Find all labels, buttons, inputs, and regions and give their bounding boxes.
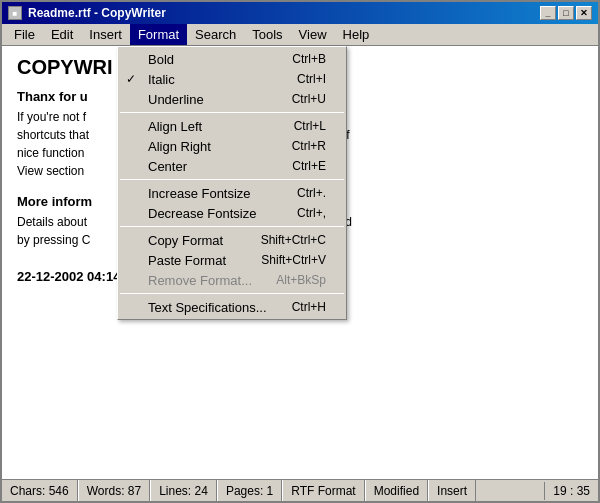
separator-1 <box>120 112 344 113</box>
menu-format[interactable]: Format <box>130 24 187 45</box>
bold-label: Bold <box>148 52 174 67</box>
menu-view[interactable]: View <box>291 24 335 45</box>
menu-decrease-fontsize[interactable]: Decrease Fontsize Ctrl+, <box>118 203 346 223</box>
align-right-shortcut: Ctrl+R <box>272 139 326 153</box>
menu-align-right[interactable]: Align Right Ctrl+R <box>118 136 346 156</box>
italic-shortcut: Ctrl+I <box>277 72 326 86</box>
status-format: RTF Format <box>282 480 364 501</box>
status-bar: Chars: 546 Words: 87 Lines: 24 Pages: 1 … <box>2 479 598 501</box>
status-modified: Modified <box>365 480 428 501</box>
menu-bold[interactable]: Bold Ctrl+B <box>118 49 346 69</box>
menu-remove-format: Remove Format... Alt+BkSp <box>118 270 346 290</box>
copy-format-label: Copy Format <box>148 233 223 248</box>
menu-help[interactable]: Help <box>335 24 378 45</box>
align-left-label: Align Left <box>148 119 202 134</box>
decrease-fontsize-shortcut: Ctrl+, <box>277 206 326 220</box>
status-words: Words: 87 <box>78 480 150 501</box>
align-right-label: Align Right <box>148 139 211 154</box>
menu-edit[interactable]: Edit <box>43 24 81 45</box>
bold-shortcut: Ctrl+B <box>272 52 326 66</box>
separator-3 <box>120 226 344 227</box>
text-spec-shortcut: Ctrl+H <box>272 300 326 314</box>
increase-fontsize-label: Increase Fontsize <box>148 186 251 201</box>
status-mode: Insert <box>428 480 476 501</box>
menu-bar: File Edit Insert Format Search Tools Vie… <box>2 24 598 46</box>
copy-format-shortcut: Shift+Ctrl+C <box>241 233 326 247</box>
separator-2 <box>120 179 344 180</box>
separator-4 <box>120 293 344 294</box>
title-controls: _ □ ✕ <box>540 6 592 20</box>
menu-file[interactable]: File <box>6 24 43 45</box>
italic-check: ✓ <box>126 72 136 86</box>
menu-copy-format[interactable]: Copy Format Shift+Ctrl+C <box>118 230 346 250</box>
decrease-fontsize-label: Decrease Fontsize <box>148 206 256 221</box>
remove-format-shortcut: Alt+BkSp <box>256 273 326 287</box>
menu-search[interactable]: Search <box>187 24 244 45</box>
text-spec-label: Text Specifications... <box>148 300 267 315</box>
window-title: Readme.rtf - CopyWriter <box>28 6 166 20</box>
remove-format-label: Remove Format... <box>148 273 252 288</box>
status-chars: Chars: 546 <box>2 480 78 501</box>
menu-align-left[interactable]: Align Left Ctrl+L <box>118 116 346 136</box>
underline-label: Underline <box>148 92 204 107</box>
center-shortcut: Ctrl+E <box>272 159 326 173</box>
menu-italic[interactable]: ✓ Italic Ctrl+I <box>118 69 346 89</box>
paste-format-label: Paste Format <box>148 253 226 268</box>
status-pages: Pages: 1 <box>217 480 282 501</box>
menu-text-specifications[interactable]: Text Specifications... Ctrl+H <box>118 297 346 317</box>
close-button[interactable]: ✕ <box>576 6 592 20</box>
align-left-shortcut: Ctrl+L <box>274 119 326 133</box>
window-icon: ■ <box>8 6 22 20</box>
title-bar: ■ Readme.rtf - CopyWriter _ □ ✕ <box>2 2 598 24</box>
menu-insert[interactable]: Insert <box>81 24 130 45</box>
main-window: ■ Readme.rtf - CopyWriter _ □ ✕ File Edi… <box>0 0 600 503</box>
status-time: 19 : 35 <box>544 482 598 500</box>
menu-paste-format[interactable]: Paste Format Shift+Ctrl+V <box>118 250 346 270</box>
italic-label: Italic <box>148 72 175 87</box>
menu-underline[interactable]: Underline Ctrl+U <box>118 89 346 109</box>
format-dropdown: Bold Ctrl+B ✓ Italic Ctrl+I Underline Ct… <box>117 46 347 320</box>
menu-tools[interactable]: Tools <box>244 24 290 45</box>
underline-shortcut: Ctrl+U <box>272 92 326 106</box>
menu-center[interactable]: Center Ctrl+E <box>118 156 346 176</box>
minimize-button[interactable]: _ <box>540 6 556 20</box>
increase-fontsize-shortcut: Ctrl+. <box>277 186 326 200</box>
status-lines: Lines: 24 <box>150 480 217 501</box>
menu-increase-fontsize[interactable]: Increase Fontsize Ctrl+. <box>118 183 346 203</box>
paste-format-shortcut: Shift+Ctrl+V <box>241 253 326 267</box>
maximize-button[interactable]: □ <box>558 6 574 20</box>
center-label: Center <box>148 159 187 174</box>
